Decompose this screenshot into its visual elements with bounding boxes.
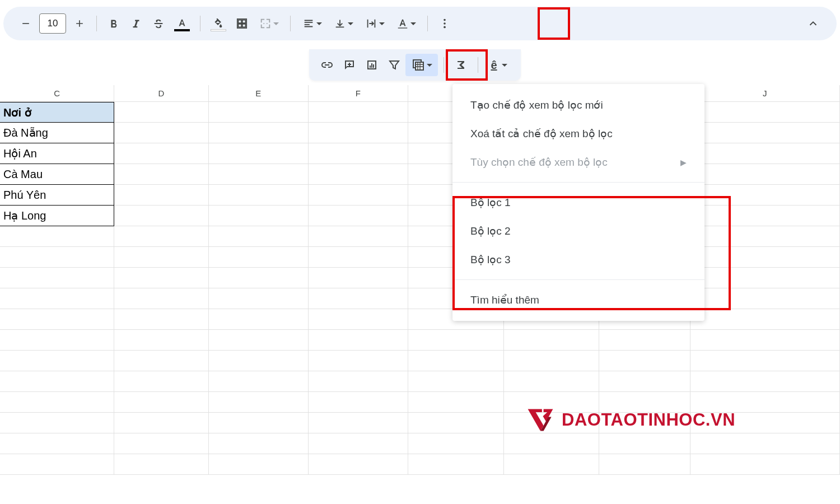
cell[interactable] [114, 226, 209, 247]
cell[interactable] [209, 123, 309, 143]
cell[interactable] [114, 206, 209, 226]
cell[interactable] [690, 268, 840, 288]
cell[interactable] [114, 433, 209, 454]
cell[interactable] [209, 164, 309, 185]
cell[interactable] [0, 413, 114, 433]
decrease-font-button[interactable] [15, 12, 37, 35]
cell[interactable] [309, 164, 408, 185]
cell[interactable] [309, 413, 408, 433]
cell[interactable] [0, 351, 114, 371]
font-size-input[interactable]: 10 [39, 13, 66, 34]
cell[interactable] [408, 351, 504, 371]
cell[interactable] [309, 143, 408, 164]
create-filter-button[interactable] [383, 54, 405, 76]
cell[interactable] [209, 392, 309, 413]
fill-color-button[interactable] [206, 12, 231, 35]
column-header[interactable]: D [114, 85, 208, 101]
cell[interactable] [690, 164, 840, 185]
column-header[interactable]: J [690, 85, 840, 101]
cell[interactable] [408, 392, 504, 413]
cell[interactable] [690, 288, 840, 309]
cell[interactable]: Nơi ở [0, 102, 114, 123]
menu-item-filter-1[interactable]: Bộ lọc 1 [452, 188, 704, 217]
cell[interactable] [504, 454, 599, 475]
cell[interactable] [0, 288, 114, 309]
text-wrap-button[interactable] [359, 12, 390, 35]
cell[interactable] [690, 143, 840, 164]
cell[interactable] [309, 185, 408, 206]
horizontal-align-button[interactable] [296, 12, 328, 35]
cell[interactable] [0, 309, 114, 330]
menu-item-create-filter-view[interactable]: Tạo chế độ xem bộ lọc mới [452, 91, 704, 119]
column-header[interactable]: C [0, 85, 114, 101]
cell[interactable] [690, 226, 840, 247]
cell[interactable] [309, 454, 408, 475]
cell[interactable] [0, 268, 114, 288]
cell[interactable]: Hội An [0, 143, 114, 164]
menu-item-filter-2[interactable]: Bộ lọc 2 [452, 217, 704, 245]
more-tools-button[interactable] [433, 12, 456, 35]
cell[interactable] [599, 454, 690, 475]
cell[interactable] [690, 371, 840, 392]
cell[interactable]: Cà Mau [0, 164, 114, 185]
cell[interactable] [114, 143, 209, 164]
text-color-button[interactable] [170, 12, 194, 35]
cell[interactable] [309, 206, 408, 226]
cell[interactable] [309, 288, 408, 309]
cell[interactable] [309, 268, 408, 288]
insert-comment-button[interactable] [338, 54, 361, 76]
text-rotation-button[interactable] [390, 12, 422, 35]
cell[interactable] [599, 330, 690, 351]
cell[interactable] [209, 288, 309, 309]
cell[interactable] [0, 226, 114, 247]
italic-button[interactable] [125, 12, 147, 35]
cell[interactable] [309, 371, 408, 392]
merge-cells-button[interactable] [253, 12, 284, 35]
increase-font-button[interactable] [68, 12, 91, 35]
cell[interactable] [504, 433, 599, 454]
insert-link-button[interactable] [316, 54, 338, 76]
cell[interactable] [690, 123, 840, 143]
cell[interactable] [209, 413, 309, 433]
cell[interactable] [690, 330, 840, 351]
cell[interactable] [690, 185, 840, 206]
cell[interactable] [0, 454, 114, 475]
cell[interactable] [114, 247, 209, 268]
cell[interactable] [690, 247, 840, 268]
bold-button[interactable] [102, 12, 125, 35]
cell[interactable] [209, 206, 309, 226]
cell[interactable] [0, 392, 114, 413]
cell[interactable] [0, 371, 114, 392]
cell[interactable] [504, 351, 599, 371]
borders-button[interactable] [231, 12, 253, 35]
cell[interactable] [114, 102, 209, 123]
menu-item-learn-more[interactable]: Tìm hiểu thêm [452, 286, 704, 314]
cell[interactable]: Hạ Long [0, 206, 114, 226]
cell[interactable] [209, 309, 309, 330]
cell[interactable] [114, 392, 209, 413]
cell[interactable] [504, 371, 599, 392]
cell[interactable] [309, 433, 408, 454]
cell[interactable] [309, 247, 408, 268]
filter-views-button[interactable] [405, 54, 438, 76]
cell[interactable] [309, 102, 408, 123]
cell[interactable] [408, 413, 504, 433]
cell[interactable] [690, 206, 840, 226]
cell[interactable] [309, 226, 408, 247]
cell[interactable] [309, 392, 408, 413]
menu-item-filter-3[interactable]: Bộ lọc 3 [452, 245, 704, 274]
cell[interactable] [309, 351, 408, 371]
cell[interactable] [114, 351, 209, 371]
cell[interactable] [599, 351, 690, 371]
cell[interactable] [309, 123, 408, 143]
cell[interactable] [114, 413, 209, 433]
cell[interactable]: Đà Nẵng [0, 123, 114, 143]
cell[interactable] [209, 433, 309, 454]
cell[interactable] [209, 268, 309, 288]
cell[interactable] [209, 351, 309, 371]
cell[interactable] [114, 268, 209, 288]
cell[interactable] [504, 330, 599, 351]
cell[interactable] [209, 226, 309, 247]
cell[interactable]: Phú Yên [0, 185, 114, 206]
cell[interactable] [114, 454, 209, 475]
